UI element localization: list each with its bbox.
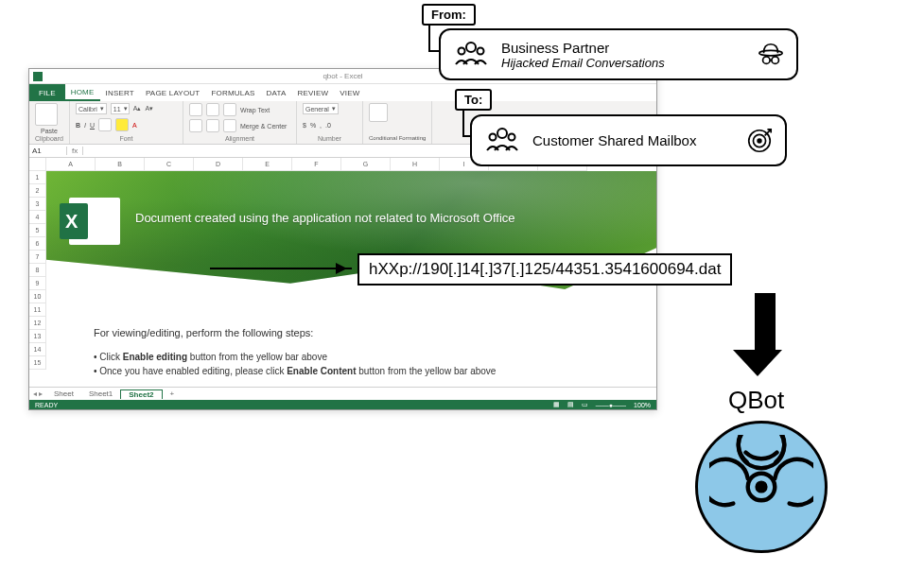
url-arrow <box>210 268 352 269</box>
col-header[interactable]: F <box>292 158 341 171</box>
spy-icon <box>757 41 785 69</box>
banner-text: Document created using the application n… <box>135 211 515 225</box>
view-layout-icon[interactable]: ▤ <box>567 401 574 408</box>
people-icon <box>483 122 521 160</box>
sheet-tab-2[interactable]: Sheet1 <box>81 389 120 398</box>
excel-logo-x: X <box>65 211 78 233</box>
biohazard-icon <box>695 421 828 553</box>
align-center-button[interactable] <box>206 119 219 132</box>
font-name-select[interactable]: Calibri ▾ <box>76 103 107 114</box>
sheet-add-button[interactable]: + <box>163 389 183 398</box>
comma-button[interactable]: , <box>320 122 322 129</box>
align-top-button[interactable] <box>189 103 202 116</box>
row-header[interactable]: 9 <box>29 277 46 290</box>
row-header[interactable]: 15 <box>29 356 46 370</box>
decrease-font-icon[interactable]: A▾ <box>145 105 153 112</box>
number-group-label: Number <box>303 135 357 142</box>
align-middle-button[interactable] <box>206 103 219 116</box>
font-group-label: Font <box>76 135 177 142</box>
col-header[interactable]: A <box>46 158 96 171</box>
from-label: From: <box>422 4 476 26</box>
svg-point-1 <box>459 47 465 54</box>
tab-page-layout[interactable]: PAGE LAYOUT <box>140 84 205 101</box>
row-header[interactable]: 13 <box>29 330 46 343</box>
align-bottom-button[interactable] <box>223 103 236 116</box>
currency-button[interactable]: $ <box>303 122 306 129</box>
tab-data[interactable]: DATA <box>260 84 291 101</box>
sheet-nav[interactable]: ◂▸ <box>29 389 46 398</box>
row-header[interactable]: 2 <box>29 184 46 198</box>
to-primary: Customer Shared Mailbox <box>532 132 696 148</box>
row-header[interactable]: 6 <box>29 237 46 251</box>
tab-home[interactable]: HOME <box>65 84 100 101</box>
view-normal-icon[interactable]: ▦ <box>553 401 560 408</box>
row-headers: 1 2 3 4 5 6 7 8 9 10 11 12 13 14 15 <box>29 171 46 387</box>
number-format-select[interactable]: General ▾ <box>303 103 339 114</box>
window-title: qbot - Excel <box>323 72 362 80</box>
tab-file[interactable]: FILE <box>29 84 65 101</box>
paste-button[interactable] <box>35 103 58 126</box>
wrap-text-button[interactable]: Wrap Text <box>240 107 270 113</box>
align-left-button[interactable] <box>189 119 202 132</box>
col-header[interactable]: D <box>194 158 243 171</box>
italic-button[interactable]: I <box>84 122 86 129</box>
row-header[interactable]: 3 <box>29 198 46 211</box>
view-break-icon[interactable]: ▭ <box>582 401 588 408</box>
percent-button[interactable]: % <box>310 122 316 129</box>
ribbon-clipboard-group: Paste Clipboard <box>29 101 70 144</box>
border-button[interactable] <box>98 118 112 131</box>
menu-tabs: FILE HOME INSERT PAGE LAYOUT FORMULAS DA… <box>29 84 656 101</box>
svg-point-7 <box>497 129 507 138</box>
target-icon <box>745 127 774 155</box>
instruction-step-1: Click Enable editing button from the yel… <box>94 352 628 362</box>
row-header[interactable]: 12 <box>29 317 46 330</box>
font-color-button[interactable]: A <box>132 122 137 129</box>
name-box[interactable]: A1 <box>29 147 67 155</box>
select-all-corner[interactable] <box>29 158 46 171</box>
row-header[interactable]: 5 <box>29 224 46 237</box>
tab-review[interactable]: REVIEW <box>291 84 334 101</box>
tab-formulas[interactable]: FORMULAS <box>205 84 260 101</box>
zoom-level: 100% <box>634 402 651 408</box>
row-header[interactable]: 14 <box>29 343 46 356</box>
row-header[interactable]: 10 <box>29 290 46 303</box>
tab-view[interactable]: VIEW <box>334 84 365 101</box>
increase-font-icon[interactable]: A▴ <box>133 105 142 112</box>
row-header[interactable]: 7 <box>29 251 46 264</box>
ribbon-font-group: Calibri ▾ 11 ▾ A▴ A▾ B I U A Font <box>70 101 183 144</box>
font-size-select[interactable]: 11 ▾ <box>111 103 130 114</box>
col-header[interactable]: E <box>243 158 292 171</box>
svg-point-9 <box>509 133 515 140</box>
merge-center-button[interactable]: Merge & Center <box>240 123 287 130</box>
col-header[interactable]: C <box>145 158 194 171</box>
row-header[interactable]: 1 <box>29 171 46 184</box>
conditional-formatting-button[interactable] <box>369 103 388 122</box>
svg-point-13 <box>758 483 766 492</box>
bold-button[interactable]: B <box>76 122 80 129</box>
to-label: To: <box>455 89 492 111</box>
status-bar: READY ▦ ▤ ▭ ——●—— 100% <box>29 400 656 409</box>
col-header[interactable]: H <box>391 158 440 171</box>
row-header[interactable]: 11 <box>29 303 46 317</box>
tab-insert[interactable]: INSERT <box>100 84 140 101</box>
sheet-tab-3[interactable]: Sheet2 <box>120 389 162 399</box>
zoom-slider[interactable]: ——●—— <box>596 402 626 408</box>
align-right-button[interactable] <box>223 119 236 132</box>
underline-button[interactable]: U <box>90 122 95 129</box>
row-header[interactable]: 8 <box>29 264 46 277</box>
fx-label[interactable]: fx <box>67 147 83 155</box>
col-header[interactable]: B <box>96 158 145 171</box>
excel-logo-icon: X <box>69 198 120 245</box>
svg-point-2 <box>478 47 484 54</box>
clipboard-group-label: Clipboard <box>35 135 63 142</box>
fill-color-button[interactable] <box>115 118 129 131</box>
col-header[interactable]: G <box>341 158 391 171</box>
instruction-step-2: Once you have enabled editing, please cl… <box>94 366 628 376</box>
decimal-inc-button[interactable]: .0 <box>325 122 331 129</box>
to-callout: Customer Shared Mailbox <box>470 114 787 166</box>
row-header[interactable]: 4 <box>29 211 46 224</box>
download-arrow <box>747 293 782 376</box>
ribbon-number-group: General ▾ $ % , .0 Number <box>297 101 363 144</box>
svg-point-5 <box>772 56 779 63</box>
sheet-tab-1[interactable]: Sheet <box>46 389 81 398</box>
